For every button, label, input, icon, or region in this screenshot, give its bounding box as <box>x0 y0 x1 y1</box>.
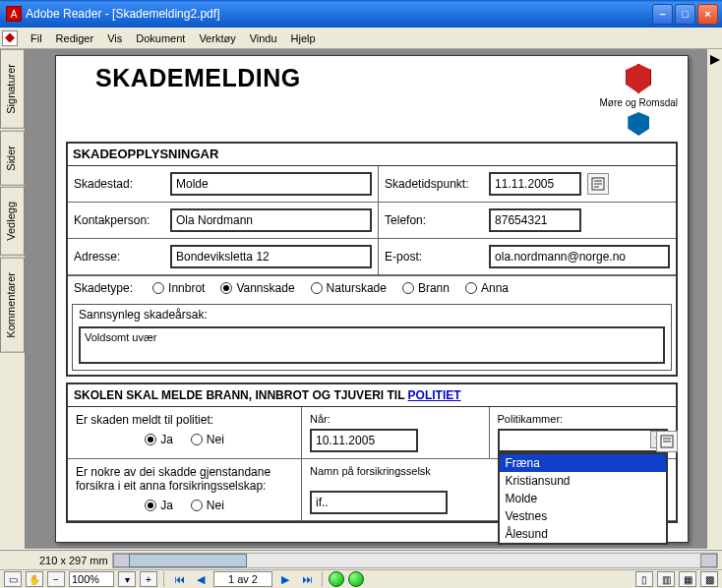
note-icon[interactable] <box>587 173 609 195</box>
menu-vindu[interactable]: Vindu <box>243 32 284 44</box>
politiet-link[interactable]: POLITIET <box>408 388 461 402</box>
status-bar: 210 x 297 mm <box>0 550 722 569</box>
menu-bar: Fil Rediger Vis Dokument Verktøy Vindu H… <box>0 28 722 49</box>
nar-label: Når: <box>310 413 481 425</box>
zoom-field[interactable] <box>69 571 114 587</box>
telefon-input[interactable]: 87654321 <box>489 208 581 232</box>
coat-of-arms-icon <box>626 64 651 93</box>
radio-innbrot[interactable]: Innbrot <box>152 281 205 295</box>
scroll-thumb[interactable] <box>129 554 247 567</box>
telefon-label: Telefon: <box>385 213 483 227</box>
forsikra-nei[interactable]: Nei <box>191 499 224 512</box>
forsikra-q-label: Er nokre av dei skadde gjenstandane fors… <box>76 465 293 493</box>
window-title: Adobe Reader - [Skademelding2.pdf] <box>26 7 219 21</box>
epost-label: E-post: <box>385 250 483 264</box>
sidetab-sider[interactable]: Sider <box>0 131 25 186</box>
prev-page-icon[interactable]: ◀ <box>192 571 210 587</box>
app-icon: A <box>6 6 22 22</box>
document-area[interactable]: SKADEMELDING Møre og Romsdal SKADEOPPLYS… <box>26 49 706 549</box>
ddopt-kristiansund[interactable]: Kristiansund <box>500 472 667 490</box>
ddopt-alesund[interactable]: Ålesund <box>500 525 667 543</box>
epost-input[interactable]: ola.nordmann@norge.no <box>489 245 670 268</box>
sidetab-kommentarer[interactable]: Kommentarer <box>0 258 25 353</box>
tidspunkt-input[interactable]: 11.11.2005 <box>489 172 581 196</box>
single-page-icon[interactable]: ▯ <box>635 571 653 587</box>
adresse-label: Adresse: <box>74 250 164 264</box>
zoom-out-icon[interactable]: − <box>47 571 65 587</box>
note-icon-2[interactable] <box>656 431 678 452</box>
section1-title: SKADEOPPLYSNINGAR <box>66 142 678 166</box>
maximize-button[interactable]: □ <box>675 4 695 25</box>
ddopt-fraena[interactable]: Fræna <box>500 454 667 472</box>
side-tab-strip: Signaturer Sider Vedlegg Kommentarer <box>0 49 26 549</box>
kammer-label: Politikammer: <box>498 413 669 425</box>
county-label: Møre og Romsdal <box>600 97 678 108</box>
continuous-facing-icon[interactable]: ▩ <box>700 571 718 587</box>
menu-verktoy[interactable]: Verktøy <box>192 32 242 44</box>
last-page-icon[interactable]: ⏭ <box>298 571 316 587</box>
fwd-nav-icon[interactable] <box>348 571 364 587</box>
page-size-label: 210 x 297 mm <box>39 555 108 566</box>
section2-title: SKOLEN SKAL MELDE BRANN, INNBROT OG TJUV… <box>68 384 676 407</box>
radio-brann[interactable]: Brann <box>402 281 450 295</box>
horiz-scrollbar[interactable] <box>112 553 718 568</box>
politi-ja[interactable]: Ja <box>145 433 173 446</box>
right-strip <box>706 49 722 549</box>
radio-anna[interactable]: Anna <box>465 281 509 295</box>
page-field[interactable] <box>213 571 272 587</box>
aarsak-label: Sannsynleg skadeårsak: <box>73 305 671 324</box>
close-button[interactable]: × <box>697 4 718 25</box>
back-nav-icon[interactable] <box>329 571 344 587</box>
expand-arrow-icon[interactable] <box>708 53 722 67</box>
ddopt-vestnes[interactable]: Vestnes <box>500 507 667 525</box>
politi-q-cell: Er skaden meldt til politiet: Ja Nei <box>68 407 302 458</box>
politi-q-label: Er skaden meldt til politiet: <box>76 413 293 427</box>
svg-marker-7 <box>710 55 720 65</box>
page-title: SKADEMELDING <box>95 64 301 92</box>
menu-rediger[interactable]: Rediger <box>49 32 101 44</box>
next-page-icon[interactable]: ▶ <box>276 571 294 587</box>
menu-dokument[interactable]: Dokument <box>129 32 192 44</box>
forsikra-ja[interactable]: Ja <box>145 499 173 512</box>
kammer-dropdown-list[interactable]: Fræna Kristiansund Molde Vestnes Ålesund <box>498 452 669 545</box>
politi-nei[interactable]: Nei <box>191 433 224 446</box>
forsikra-q-cell: Er nokre av dei skadde gjenstandane fors… <box>68 459 302 520</box>
kammer-select[interactable] <box>498 429 669 452</box>
nar-input[interactable]: 10.11.2005 <box>310 429 418 452</box>
adresse-input[interactable]: Bondeviksletta 12 <box>170 245 372 268</box>
hand-tool-icon[interactable]: ✋ <box>26 571 43 587</box>
menu-hjelp[interactable]: Hjelp <box>284 32 323 44</box>
kontakt-label: Kontakperson: <box>74 213 164 227</box>
skadestad-label: Skadestad: <box>74 177 164 191</box>
sidetab-vedlegg[interactable]: Vedlegg <box>0 187 25 256</box>
minimize-button[interactable]: – <box>652 4 673 25</box>
menu-vis[interactable]: Vis <box>100 32 129 44</box>
zoom-dropdown-icon[interactable]: ▾ <box>118 571 136 587</box>
selskap-input[interactable]: if.. <box>310 491 448 514</box>
kontakt-input[interactable]: Ola Nordmann <box>170 208 372 232</box>
fit-page-icon[interactable]: ▭ <box>4 571 22 587</box>
title-bar: A Adobe Reader - [Skademelding2.pdf] – □… <box>0 0 722 28</box>
radio-naturskade[interactable]: Naturskade <box>311 281 387 295</box>
county-crest-icon <box>628 112 649 136</box>
radio-vannskade[interactable]: Vannskade <box>220 281 294 295</box>
zoom-in-icon[interactable]: + <box>140 571 157 587</box>
aarsak-input[interactable]: Voldsomt uvær <box>79 326 665 364</box>
tidspunkt-label: Skadetidspunkt: <box>385 177 483 191</box>
bottom-toolbar: ▭ ✋ − ▾ + ⏮ ◀ ▶ ⏭ ▯ ▥ ▦ ▩ <box>0 569 722 588</box>
menu-fil[interactable]: Fil <box>24 32 49 44</box>
section-politi: SKOLEN SKAL MELDE BRANN, INNBROT OG TJUV… <box>66 382 678 523</box>
pdf-doc-icon <box>2 30 18 46</box>
continuous-icon[interactable]: ▥ <box>657 571 675 587</box>
skadetype-label: Skadetype: <box>74 281 133 295</box>
workspace: Signaturer Sider Vedlegg Kommentarer SKA… <box>0 49 722 549</box>
ddopt-molde[interactable]: Molde <box>500 490 667 507</box>
facing-icon[interactable]: ▦ <box>679 571 696 587</box>
section-skadeopplysningar: SKADEOPPLYSNINGAR Skadestad: Molde Skade… <box>66 142 678 377</box>
sidetab-signaturer[interactable]: Signaturer <box>0 49 25 129</box>
pdf-page: SKADEMELDING Møre og Romsdal SKADEOPPLYS… <box>55 55 689 543</box>
first-page-icon[interactable]: ⏮ <box>170 571 188 587</box>
skadestad-input[interactable]: Molde <box>170 172 372 196</box>
